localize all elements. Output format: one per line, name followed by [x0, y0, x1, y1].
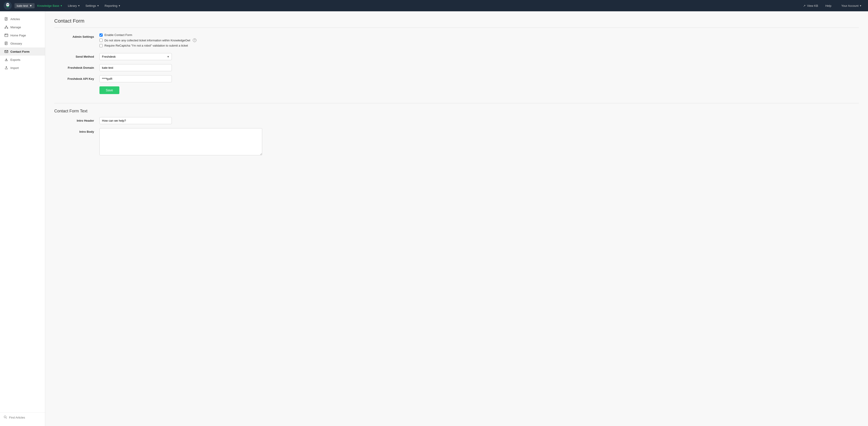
send-method-select[interactable]: Freshdesk Email Zendesk Salesforce — [99, 53, 172, 60]
sidebar-item-import-label: Import — [10, 66, 19, 70]
external-link-icon: ↗ — [803, 4, 806, 7]
freshdesk-domain-input[interactable] — [99, 64, 172, 71]
home-icon — [4, 33, 8, 37]
nav-reporting-label: Reporting — [105, 4, 117, 7]
nav-settings-label: Settings — [86, 4, 96, 7]
sidebar-item-articles-label: Articles — [10, 18, 20, 21]
envelope-icon — [4, 50, 8, 53]
recaptcha-checkbox-item: Require ReCaptcha "I'm not a robot" vali… — [99, 44, 859, 47]
intro-header-row: Intro Header — [54, 117, 859, 124]
contact-form-text-section: Contact Form Text Intro Header Intro Bod… — [54, 109, 859, 156]
view-kb-label: View KB — [807, 4, 818, 7]
save-button-area: Save — [99, 86, 859, 94]
no-store-tickets-checkbox[interactable] — [99, 39, 103, 42]
admin-settings-controls: Enable Contact Form Do not store any col… — [99, 33, 859, 49]
sidebar-item-exports-label: Exports — [10, 58, 20, 61]
export-icon — [4, 58, 8, 61]
page-title: Contact Form — [54, 18, 859, 24]
save-button[interactable]: Save — [99, 86, 119, 94]
sidebar-item-manage[interactable]: Manage — [0, 23, 45, 31]
sidebar-nav: Articles Manage — [0, 15, 45, 413]
sidebar-item-import[interactable]: Import — [0, 64, 45, 72]
top-nav: kate-test ▼ Knowledge Base ▼ Library ▼ S… — [0, 0, 868, 11]
section-divider-2 — [54, 103, 859, 103]
admin-settings-section: Admin Settings Enable Contact Form Do no… — [54, 33, 859, 94]
nav-settings[interactable]: Settings ▼ — [83, 0, 102, 11]
sidebar-item-exports[interactable]: Exports — [0, 56, 45, 64]
nav-knowledge-base[interactable]: Knowledge Base ▼ — [35, 0, 65, 11]
nav-library[interactable]: Library ▼ — [65, 0, 83, 11]
org-chevron-icon: ▼ — [29, 4, 32, 7]
sidebar-search[interactable] — [0, 413, 45, 422]
svg-point-4 — [7, 4, 7, 5]
admin-settings-label: Admin Settings — [54, 33, 99, 38]
sidebar-item-articles[interactable]: Articles — [0, 15, 45, 23]
freshdesk-api-key-input[interactable] — [99, 75, 172, 82]
nav-library-chevron-icon: ▼ — [78, 4, 80, 7]
main-content: Contact Form Admin Settings Enable Conta… — [45, 11, 868, 426]
search-input[interactable] — [9, 416, 41, 419]
svg-point-11 — [6, 26, 7, 27]
enable-contact-form-checkbox[interactable] — [99, 33, 103, 37]
view-kb-link[interactable]: ↗ View KB — [803, 4, 818, 7]
nav-help[interactable]: Help — [823, 0, 834, 11]
import-icon — [4, 66, 8, 70]
freshdesk-api-key-control — [99, 75, 859, 82]
manage-icon — [4, 25, 8, 29]
admin-settings-row: Admin Settings Enable Contact Form Do no… — [54, 33, 859, 49]
nav-right-area: ↗ View KB Help Your Account ▼ — [803, 0, 864, 11]
intro-header-input[interactable] — [99, 117, 172, 124]
nav-library-label: Library — [68, 4, 77, 7]
search-icon — [4, 415, 7, 420]
sidebar-item-glossary[interactable]: Glossary — [0, 39, 45, 48]
org-name: kate-test — [17, 4, 28, 7]
intro-header-label: Intro Header — [54, 117, 99, 122]
sidebar-item-manage-label: Manage — [10, 26, 21, 29]
nav-reporting[interactable]: Reporting ▼ — [102, 0, 123, 11]
svg-point-13 — [7, 28, 8, 29]
svg-point-5 — [8, 4, 8, 5]
intro-body-textarea[interactable] — [99, 128, 262, 155]
nav-your-account[interactable]: Your Account ▼ — [839, 0, 864, 11]
sidebar-item-homepage[interactable]: Home Page — [0, 31, 45, 39]
nav-knowledge-base-chevron-icon: ▼ — [60, 4, 62, 7]
intro-header-control — [99, 117, 859, 124]
send-method-label: Send Method — [54, 53, 99, 58]
freshdesk-domain-row: Freshdesk Domain — [54, 64, 859, 71]
freshdesk-domain-label: Freshdesk Domain — [54, 64, 99, 69]
nav-settings-chevron-icon: ▼ — [97, 4, 99, 7]
svg-point-12 — [5, 28, 6, 29]
main-layout: Articles Manage — [0, 11, 868, 426]
sidebar-item-glossary-label: Glossary — [10, 42, 22, 45]
send-method-select-wrapper: Freshdesk Email Zendesk Salesforce ▼ — [99, 53, 172, 60]
nav-account-chevron-icon: ▼ — [860, 4, 862, 7]
svg-rect-16 — [5, 34, 8, 37]
sidebar-item-contact-form-label: Contact Form — [10, 50, 30, 53]
sidebar: Articles Manage — [0, 11, 45, 426]
no-store-tickets-label: Do not store any collected ticket inform… — [104, 39, 190, 42]
org-selector[interactable]: kate-test ▼ — [14, 3, 35, 8]
recaptcha-label: Require ReCaptcha "I'm not a robot" vali… — [104, 44, 188, 47]
freshdesk-domain-control — [99, 64, 859, 71]
section-divider — [54, 28, 859, 28]
nav-help-label: Help — [825, 4, 831, 7]
logo-icon[interactable] — [4, 2, 12, 10]
recaptcha-checkbox[interactable] — [99, 44, 103, 47]
help-icon[interactable]: ? — [193, 38, 196, 42]
send-method-row: Send Method Freshdesk Email Zendesk Sale… — [54, 53, 859, 60]
enable-contact-form-checkbox-item: Enable Contact Form — [99, 33, 859, 37]
contact-form-text-title: Contact Form Text — [54, 109, 859, 114]
svg-line-14 — [5, 27, 6, 28]
enable-contact-form-label: Enable Contact Form — [104, 33, 132, 37]
freshdesk-api-key-label: Freshdesk API Key — [54, 75, 99, 81]
nav-reporting-chevron-icon: ▼ — [118, 4, 121, 7]
freshdesk-api-key-row: Freshdesk API Key — [54, 75, 859, 82]
nav-your-account-label: Your Account — [841, 4, 859, 7]
intro-body-row: Intro Body — [54, 128, 859, 156]
svg-line-28 — [6, 418, 7, 419]
svg-point-27 — [4, 416, 6, 418]
glossary-icon — [4, 41, 8, 45]
svg-point-6 — [6, 6, 9, 7]
sidebar-item-contact-form[interactable]: Contact Form — [0, 48, 45, 56]
send-method-control: Freshdesk Email Zendesk Salesforce ▼ — [99, 53, 859, 60]
